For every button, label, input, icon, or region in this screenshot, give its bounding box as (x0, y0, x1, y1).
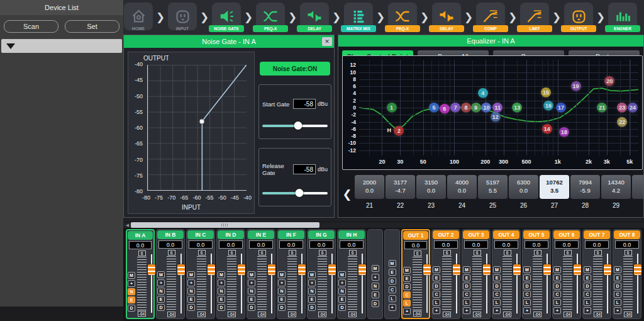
channel-header-out-3[interactable]: OUT 3 (463, 230, 489, 239)
strip-button-C[interactable]: C (389, 286, 396, 293)
eq-control-point-13[interactable]: 13 (512, 103, 522, 113)
channel-header-in-f[interactable]: IN F (278, 230, 304, 239)
strip-button-E[interactable]: E (553, 274, 561, 281)
strip-button-L[interactable]: L (493, 299, 501, 306)
channel-gain-value[interactable]: 0.0 (158, 240, 182, 249)
strip-button-M[interactable]: M (128, 272, 135, 279)
fader-knob[interactable] (148, 264, 155, 275)
strip-button-E[interactable]: E (157, 296, 165, 303)
band-cell-22[interactable]: 3177-4.7 (386, 175, 415, 199)
strip-button-D[interactable]: D (553, 283, 561, 290)
eq-control-point-7[interactable]: 7 (450, 103, 460, 113)
channel-strip-in-f[interactable]: IN F0.0M+NED6-64 (277, 229, 306, 319)
eq-control-point-17[interactable]: 17 (556, 103, 566, 113)
band-cell-25[interactable]: 51975.5 (478, 175, 508, 199)
fader-track[interactable] (544, 251, 550, 316)
mixer-scrollbar[interactable]: ◀ (123, 222, 644, 228)
fader-track[interactable] (299, 251, 305, 316)
strip-button-E[interactable]: E (128, 296, 135, 303)
channel-header-out-8[interactable]: OUT 8 (614, 230, 640, 239)
channel-header-out-4[interactable]: OUT 4 (493, 230, 519, 239)
channel-strip-in-c[interactable]: IN C0.0M+NED6-64 (186, 229, 215, 319)
strip-button-E[interactable]: E (523, 274, 531, 281)
fader-knob[interactable] (208, 264, 215, 275)
fader-track[interactable] (359, 251, 365, 316)
strip-button-N[interactable]: N (218, 288, 225, 295)
channel-gain-value[interactable]: 0.0 (309, 240, 333, 249)
fader-knob[interactable] (177, 264, 185, 275)
channel-strip-out-2[interactable]: OUT 20.0MEDCL+6-64 (431, 229, 460, 319)
strip-button-N[interactable]: N (128, 288, 135, 295)
strip-button-N[interactable]: N (338, 288, 346, 295)
channel-gain-value[interactable]: 0.0 (464, 240, 488, 249)
strip-button-M[interactable]: M (187, 271, 195, 278)
release-gate-slider[interactable] (262, 189, 328, 197)
fader-knob[interactable] (604, 264, 611, 275)
scroll-left-icon[interactable]: ◀ (125, 222, 130, 228)
strip-button-C[interactable]: C (463, 291, 470, 298)
band-cell-26[interactable]: 63000.0 (509, 175, 538, 199)
channel-gain-value[interactable]: 0.0 (555, 240, 579, 249)
close-icon[interactable]: ✕ (322, 37, 332, 46)
strip-button-N[interactable]: N (157, 288, 165, 295)
eq-control-point-21[interactable]: 21 (597, 103, 607, 113)
channel-strip-out-7[interactable]: OUT 70.0MEDCL+6-64 (582, 229, 611, 319)
eq-control-point-1[interactable]: 1 (387, 103, 397, 113)
strip-button-E[interactable]: E (493, 274, 501, 281)
channel-strip-out-5[interactable]: OUT 50.0MEDCL+6-64 (522, 229, 551, 319)
channel-gain-value[interactable]: 0.0 (525, 240, 548, 249)
toolbar-item-limit[interactable]: LIMIT (519, 2, 550, 32)
strip-button-M[interactable]: M (584, 266, 591, 273)
strip-button-+[interactable]: + (338, 279, 346, 286)
channel-strip-out-3[interactable]: OUT 30.0MEDCL+6-64 (462, 229, 491, 319)
band-cell-21[interactable]: 20000.0 (355, 175, 384, 199)
channel-gain-value[interactable]: 0.0 (615, 240, 639, 249)
fader-knob[interactable] (543, 264, 551, 275)
strip-button-M[interactable]: M (338, 271, 346, 278)
strip-button-L[interactable]: L (403, 300, 411, 307)
band-cell-27[interactable]: 107623.5 (540, 175, 569, 199)
strip-button-D[interactable]: D (218, 304, 225, 311)
strip-button-L[interactable]: L (433, 299, 440, 306)
fader-knob[interactable] (513, 264, 521, 275)
strip-button-D[interactable]: D (403, 283, 411, 290)
toolbar-item-input[interactable]: INPUT (167, 2, 197, 32)
strip-button-E[interactable]: E (187, 296, 195, 303)
strip-button-+[interactable]: + (308, 279, 316, 286)
mixer-scrollbar-thumb[interactable] (131, 222, 319, 228)
strip-button-L[interactable]: L (463, 299, 470, 306)
strip-button-D[interactable]: D (463, 283, 470, 290)
set-button[interactable]: Set (65, 20, 119, 33)
strip-button-+[interactable]: + (248, 279, 255, 286)
channel-header-out-7[interactable]: OUT 7 (584, 230, 610, 239)
strip-button-+[interactable]: + (187, 279, 195, 286)
channel-gain-value[interactable]: 0.0 (340, 240, 364, 249)
strip-button-D[interactable]: D (128, 305, 135, 312)
strip-button-E[interactable]: E (389, 269, 396, 276)
strip-button-C[interactable]: C (403, 291, 411, 298)
strip-button-D[interactable]: D (248, 304, 255, 311)
strip-button-+[interactable]: + (403, 308, 411, 315)
strip-button-+[interactable]: + (493, 307, 501, 314)
fader-knob[interactable] (328, 264, 336, 275)
eq-control-point-6[interactable]: 6 (440, 104, 450, 114)
strip-button-+[interactable]: + (584, 307, 591, 314)
toolbar-item-noise-gate[interactable]: NOISE GATE (211, 2, 242, 32)
eq-control-point-14[interactable]: 14 (542, 124, 552, 134)
strip-button-M[interactable]: M (372, 265, 379, 272)
channel-strip-out-1[interactable]: OUT 10.0MEDCL+6-64 (401, 229, 430, 319)
eq-control-point-15[interactable]: 15 (541, 87, 551, 98)
fader-knob[interactable] (268, 264, 275, 275)
eq-plot-area[interactable]: 12H567894101211131514161718192120222324 (359, 60, 638, 155)
strip-button-+[interactable]: + (278, 279, 286, 286)
fader-track[interactable] (453, 251, 460, 316)
eq-control-point-16[interactable]: 16 (543, 101, 553, 111)
channel-strip-in-a[interactable]: IN A0.0M+NED6-64 (126, 229, 155, 319)
channel-gain-value[interactable]: 0.0 (279, 240, 303, 249)
eq-control-point-10[interactable]: 10 (481, 103, 491, 113)
strip-button-L[interactable]: L (389, 295, 396, 302)
fader-track[interactable] (269, 251, 275, 316)
device-dropdown[interactable] (1, 39, 122, 53)
band-cell-28[interactable]: 7994-5.9 (570, 175, 600, 199)
fader-track[interactable] (208, 251, 214, 316)
